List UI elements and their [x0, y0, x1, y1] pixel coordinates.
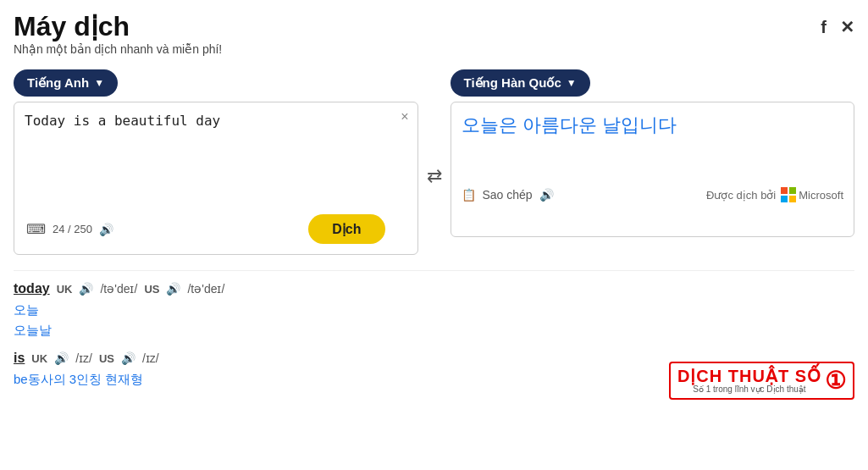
dict-word2[interactable]: is: [14, 351, 25, 366]
dict-word1[interactable]: today: [14, 281, 50, 296]
source-lang-button[interactable]: Tiếng Anh ▼: [14, 69, 118, 97]
speaker-source-icon[interactable]: 🔊: [99, 223, 113, 236]
dict-word2-uk-label: UK: [31, 352, 47, 365]
dict-word1-us-speaker[interactable]: 🔊: [166, 282, 180, 296]
source-textbox: Today is a beautiful day × ⌨ 24 / 250 🔊 …: [14, 102, 418, 255]
dict-word1-us-phonetic: /tə'deɪ/: [187, 282, 224, 296]
target-panel: Tiếng Hàn Quốc ▼ 오늘은 아름다운 날입니다 📋 Sao ché…: [451, 69, 855, 255]
powered-by-text: Được dịch bởi: [706, 189, 776, 202]
target-lang-button[interactable]: Tiếng Hàn Quốc ▼: [451, 69, 590, 97]
dict-word1-uk-phonetic: /tə'deɪ/: [100, 282, 137, 296]
speaker-output-icon[interactable]: 🔊: [539, 188, 554, 202]
powered-by: Được dịch bởi Microsoft: [706, 187, 843, 202]
char-count: 24 / 250: [53, 223, 92, 235]
dict-word1-meanings: 오늘 오늘날: [14, 300, 854, 340]
close-icon[interactable]: ✕: [840, 17, 854, 37]
dict-word1-row: today UK 🔊 /tə'deɪ/ US 🔊 /tə'deɪ/: [14, 281, 854, 296]
brand-title: DỊCH THUẬT SỐ: [677, 368, 821, 384]
copy-button[interactable]: 📋 Sao chép 🔊: [462, 188, 554, 202]
app-subtitle: Nhận một bản dịch nhanh và miễn phí!: [14, 42, 222, 56]
dict-word1-meaning-2[interactable]: 오늘날: [14, 320, 854, 340]
copy-icon: 📋: [462, 188, 476, 202]
dict-word1-uk-speaker[interactable]: 🔊: [79, 282, 93, 296]
branding-box: DỊCH THUẬT SỐ Số 1 trong lĩnh vực Dịch t…: [669, 362, 854, 400]
dict-word2-uk-speaker[interactable]: 🔊: [54, 351, 69, 365]
source-input[interactable]: Today is a beautiful day: [25, 113, 387, 206]
source-lang-chevron: ▼: [94, 77, 104, 89]
target-lang-label: Tiếng Hàn Quốc: [464, 75, 561, 91]
microsoft-label: Microsoft: [799, 189, 843, 202]
translate-button[interactable]: Dịch: [308, 214, 384, 244]
brand-subtitle: Số 1 trong lĩnh vực Dịch thuật: [677, 384, 821, 394]
dict-word2-uk-phonetic: /ɪz/: [75, 351, 92, 365]
swap-column: ⇄: [418, 69, 451, 255]
keyboard-icon: ⌨: [26, 221, 46, 237]
output-textbox: 오늘은 아름다운 날입니다 📋 Sao chép 🔊 Được dịch bởi: [451, 102, 855, 237]
dict-word2-us-speaker[interactable]: 🔊: [121, 351, 135, 365]
dict-word2-us-label: US: [99, 352, 114, 365]
target-lang-chevron: ▼: [567, 77, 577, 89]
source-lang-label: Tiếng Anh: [27, 75, 89, 91]
dict-word1-uk-label: UK: [57, 283, 73, 296]
brand-number: ①: [825, 367, 846, 395]
app-title: Máy dịch: [14, 10, 222, 42]
dict-word1-meaning-1[interactable]: 오늘: [14, 300, 854, 320]
output-text: 오늘은 아름다운 날입니다: [462, 113, 844, 180]
source-panel: Tiếng Anh ▼ Today is a beautiful day × ⌨…: [14, 69, 418, 255]
copy-label: Sao chép: [483, 188, 533, 202]
microsoft-logo: Microsoft: [781, 187, 843, 202]
clear-button[interactable]: ×: [401, 109, 408, 124]
dict-word1-us-label: US: [144, 283, 159, 296]
swap-icon[interactable]: ⇄: [427, 165, 442, 187]
dict-word2-us-phonetic: /ɪz/: [142, 351, 159, 365]
facebook-icon[interactable]: f: [821, 18, 827, 37]
